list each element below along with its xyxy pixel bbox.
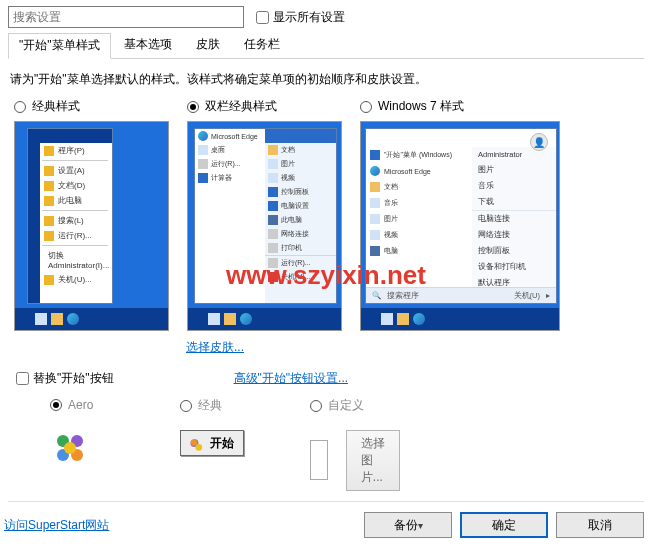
startbtn-radio-classic[interactable]: 经典 <box>180 397 222 414</box>
choose-image-button[interactable]: 选择图片... <box>346 430 400 491</box>
tab-style[interactable]: "开始"菜单样式 <box>8 33 111 59</box>
style-preview-classic[interactable]: 程序(P) 设置(A) 文档(D) 此电脑 搜索(L) 运行(R)... 切换 … <box>14 121 169 331</box>
style-radio-win7[interactable]: Windows 7 样式 <box>360 98 464 115</box>
tab-taskbar[interactable]: 任务栏 <box>233 32 291 58</box>
search-input[interactable] <box>8 6 244 28</box>
radio-icon <box>310 400 322 412</box>
chevron-right-icon: ▸ <box>546 291 550 300</box>
start-icon <box>365 313 377 325</box>
radio-icon <box>14 101 26 113</box>
tab-skin[interactable]: 皮肤 <box>185 32 231 58</box>
style-radio-classic[interactable]: 经典样式 <box>14 98 80 115</box>
startbtn-radio-aero[interactable]: Aero <box>50 398 93 412</box>
tab-basic[interactable]: 基本选项 <box>113 32 183 58</box>
replace-start-checkbox-input[interactable] <box>16 372 29 385</box>
show-all-checkbox-input[interactable] <box>256 11 269 24</box>
radio-icon <box>50 399 62 411</box>
start-icon <box>192 313 204 325</box>
style-preview-twocolumn[interactable]: Microsoft Edge 桌面 运行(R)... 计算器 文档 图片 视频 … <box>187 121 342 331</box>
custom-start-preview <box>310 440 328 480</box>
tab-bar: "开始"菜单样式 基本选项 皮肤 任务栏 <box>8 32 644 59</box>
visit-site-link[interactable]: 访问SuperStart网站 <box>4 517 109 534</box>
radio-icon <box>360 101 372 113</box>
ok-button[interactable]: 确定 <box>460 512 548 538</box>
avatar: 👤 <box>530 133 548 151</box>
replace-start-checkbox[interactable]: 替换"开始"按钮 <box>16 370 114 387</box>
style-radio-twocolumn[interactable]: 双栏经典样式 <box>187 98 277 115</box>
start-icon <box>19 313 31 325</box>
radio-icon <box>187 101 199 113</box>
show-all-checkbox[interactable]: 显示所有设置 <box>256 9 345 26</box>
search-icon: 🔍 <box>372 291 381 300</box>
classic-start-preview: 开始 <box>180 430 244 456</box>
startbtn-radio-custom[interactable]: 自定义 <box>310 397 364 414</box>
style-preview-win7[interactable]: 👤 "开始"菜单 (Windows) Microsoft Edge 文档 音乐 … <box>360 121 560 331</box>
select-skin-link[interactable]: 选择皮肤... <box>186 339 244 356</box>
backup-button[interactable]: 备份 <box>364 512 452 538</box>
style-options: 经典样式 程序(P) 设置(A) 文档(D) 此电脑 搜索(L) 运行(R)..… <box>14 98 644 331</box>
replace-start-label: 替换"开始"按钮 <box>33 370 114 387</box>
style-description: 请为"开始"菜单选择默认的样式。该样式将确定菜单项的初始顺序和皮肤设置。 <box>10 71 644 88</box>
show-all-label: 显示所有设置 <box>273 9 345 26</box>
radio-icon <box>180 400 192 412</box>
adv-start-button-link[interactable]: 高级"开始"按钮设置... <box>234 370 349 387</box>
divider <box>8 501 644 502</box>
cancel-button[interactable]: 取消 <box>556 512 644 538</box>
aero-icon <box>54 432 86 464</box>
